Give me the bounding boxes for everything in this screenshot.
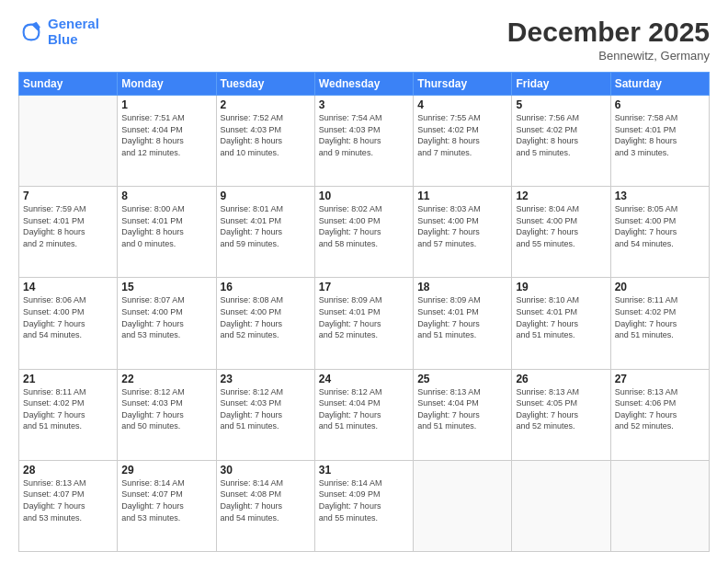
calendar-cell: 17Sunrise: 8:09 AM Sunset: 4:01 PM Dayli… — [314, 278, 413, 369]
day-number: 17 — [319, 281, 409, 293]
calendar-cell: 23Sunrise: 8:12 AM Sunset: 4:03 PM Dayli… — [216, 369, 314, 460]
day-info: Sunrise: 8:04 AM Sunset: 4:00 PM Dayligh… — [516, 203, 606, 249]
day-number: 25 — [417, 373, 507, 385]
calendar-header-row: SundayMondayTuesdayWednesdayThursdayFrid… — [19, 73, 710, 96]
calendar-header-tuesday: Tuesday — [216, 73, 314, 96]
day-number: 16 — [221, 281, 311, 293]
day-info: Sunrise: 8:12 AM Sunset: 4:03 PM Dayligh… — [121, 386, 211, 432]
calendar-cell: 27Sunrise: 8:13 AM Sunset: 4:06 PM Dayli… — [610, 369, 709, 460]
calendar-cell: 16Sunrise: 8:08 AM Sunset: 4:00 PM Dayli… — [216, 278, 314, 369]
calendar-cell: 6Sunrise: 7:58 AM Sunset: 4:01 PM Daylig… — [610, 96, 709, 187]
day-info: Sunrise: 7:55 AM Sunset: 4:02 PM Dayligh… — [417, 112, 507, 158]
day-number: 2 — [221, 98, 311, 111]
main-title: December 2025 — [507, 17, 710, 47]
day-info: Sunrise: 8:01 AM Sunset: 4:01 PM Dayligh… — [221, 203, 311, 249]
day-info: Sunrise: 8:02 AM Sunset: 4:00 PM Dayligh… — [319, 203, 409, 249]
day-number: 6 — [615, 98, 705, 111]
page: General Blue December 2025 Bennewitz, Ge… — [0, 0, 728, 563]
day-info: Sunrise: 7:51 AM Sunset: 4:04 PM Dayligh… — [121, 112, 211, 158]
calendar-week-1: 1Sunrise: 7:51 AM Sunset: 4:04 PM Daylig… — [19, 96, 710, 187]
calendar-week-5: 28Sunrise: 8:13 AM Sunset: 4:07 PM Dayli… — [19, 460, 710, 551]
calendar-cell — [19, 96, 118, 187]
day-number: 10 — [319, 190, 409, 202]
calendar-header-thursday: Thursday — [414, 73, 512, 96]
title-block: December 2025 Bennewitz, Germany — [507, 17, 710, 63]
calendar-cell: 22Sunrise: 8:12 AM Sunset: 4:03 PM Dayli… — [118, 369, 216, 460]
day-number: 9 — [221, 190, 311, 202]
day-info: Sunrise: 7:56 AM Sunset: 4:02 PM Dayligh… — [516, 112, 606, 158]
logo-icon — [18, 19, 44, 45]
header: General Blue December 2025 Bennewitz, Ge… — [18, 17, 710, 63]
calendar-table: SundayMondayTuesdayWednesdayThursdayFrid… — [18, 72, 710, 552]
day-info: Sunrise: 8:13 AM Sunset: 4:05 PM Dayligh… — [516, 386, 606, 432]
calendar-week-3: 14Sunrise: 8:06 AM Sunset: 4:00 PM Dayli… — [19, 278, 710, 369]
day-number: 27 — [615, 373, 705, 385]
day-info: Sunrise: 8:09 AM Sunset: 4:01 PM Dayligh… — [319, 294, 409, 340]
calendar-cell: 20Sunrise: 8:11 AM Sunset: 4:02 PM Dayli… — [610, 278, 709, 369]
calendar-cell: 30Sunrise: 8:14 AM Sunset: 4:08 PM Dayli… — [216, 460, 314, 551]
day-info: Sunrise: 8:06 AM Sunset: 4:00 PM Dayligh… — [23, 294, 113, 340]
logo-text: General Blue — [48, 17, 99, 47]
calendar-cell: 24Sunrise: 8:12 AM Sunset: 4:04 PM Dayli… — [314, 369, 413, 460]
day-number: 14 — [23, 281, 113, 293]
day-info: Sunrise: 8:13 AM Sunset: 4:04 PM Dayligh… — [417, 386, 507, 432]
calendar-cell — [512, 460, 610, 551]
day-number: 20 — [615, 281, 705, 293]
calendar-cell: 18Sunrise: 8:09 AM Sunset: 4:01 PM Dayli… — [414, 278, 512, 369]
day-info: Sunrise: 7:58 AM Sunset: 4:01 PM Dayligh… — [615, 112, 705, 158]
day-number: 24 — [319, 373, 409, 385]
day-number: 31 — [319, 464, 409, 477]
day-number: 7 — [23, 190, 113, 202]
calendar-cell: 28Sunrise: 8:13 AM Sunset: 4:07 PM Dayli… — [19, 460, 118, 551]
day-number: 22 — [121, 373, 211, 385]
calendar-cell: 19Sunrise: 8:10 AM Sunset: 4:01 PM Dayli… — [512, 278, 610, 369]
calendar-cell: 26Sunrise: 8:13 AM Sunset: 4:05 PM Dayli… — [512, 369, 610, 460]
day-info: Sunrise: 8:09 AM Sunset: 4:01 PM Dayligh… — [417, 294, 507, 340]
day-number: 1 — [121, 98, 211, 111]
calendar-header-sunday: Sunday — [19, 73, 118, 96]
day-number: 29 — [121, 464, 211, 477]
day-number: 15 — [121, 281, 211, 293]
calendar-cell: 15Sunrise: 8:07 AM Sunset: 4:00 PM Dayli… — [118, 278, 216, 369]
day-number: 28 — [23, 464, 113, 477]
calendar-week-4: 21Sunrise: 8:11 AM Sunset: 4:02 PM Dayli… — [19, 369, 710, 460]
calendar-cell: 12Sunrise: 8:04 AM Sunset: 4:00 PM Dayli… — [512, 187, 610, 278]
logo-general: General — [48, 16, 99, 31]
calendar-cell: 3Sunrise: 7:54 AM Sunset: 4:03 PM Daylig… — [314, 96, 413, 187]
day-number: 4 — [417, 98, 507, 111]
day-info: Sunrise: 8:14 AM Sunset: 4:07 PM Dayligh… — [121, 477, 211, 523]
day-number: 3 — [319, 98, 409, 111]
calendar-cell: 10Sunrise: 8:02 AM Sunset: 4:00 PM Dayli… — [314, 187, 413, 278]
calendar-header-wednesday: Wednesday — [314, 73, 413, 96]
calendar-cell: 21Sunrise: 8:11 AM Sunset: 4:02 PM Dayli… — [19, 369, 118, 460]
day-info: Sunrise: 8:03 AM Sunset: 4:00 PM Dayligh… — [417, 203, 507, 249]
day-info: Sunrise: 8:10 AM Sunset: 4:01 PM Dayligh… — [516, 294, 606, 340]
calendar-cell: 31Sunrise: 8:14 AM Sunset: 4:09 PM Dayli… — [314, 460, 413, 551]
calendar-cell: 8Sunrise: 8:00 AM Sunset: 4:01 PM Daylig… — [118, 187, 216, 278]
day-number: 8 — [121, 190, 211, 202]
calendar-cell: 11Sunrise: 8:03 AM Sunset: 4:00 PM Dayli… — [414, 187, 512, 278]
day-info: Sunrise: 8:14 AM Sunset: 4:09 PM Dayligh… — [319, 477, 409, 523]
day-info: Sunrise: 8:05 AM Sunset: 4:00 PM Dayligh… — [615, 203, 705, 249]
day-number: 11 — [417, 190, 507, 202]
day-info: Sunrise: 8:13 AM Sunset: 4:06 PM Dayligh… — [615, 386, 705, 432]
day-info: Sunrise: 8:12 AM Sunset: 4:04 PM Dayligh… — [319, 386, 409, 432]
logo: General Blue — [18, 17, 99, 47]
day-info: Sunrise: 7:52 AM Sunset: 4:03 PM Dayligh… — [221, 112, 311, 158]
calendar-cell — [610, 460, 709, 551]
calendar-cell: 2Sunrise: 7:52 AM Sunset: 4:03 PM Daylig… — [216, 96, 314, 187]
calendar-cell: 7Sunrise: 7:59 AM Sunset: 4:01 PM Daylig… — [19, 187, 118, 278]
day-number: 18 — [417, 281, 507, 293]
day-info: Sunrise: 8:13 AM Sunset: 4:07 PM Dayligh… — [23, 477, 113, 523]
calendar-cell: 5Sunrise: 7:56 AM Sunset: 4:02 PM Daylig… — [512, 96, 610, 187]
day-info: Sunrise: 8:07 AM Sunset: 4:00 PM Dayligh… — [121, 294, 211, 340]
calendar-cell: 25Sunrise: 8:13 AM Sunset: 4:04 PM Dayli… — [414, 369, 512, 460]
logo-blue: Blue — [48, 31, 78, 47]
calendar-cell — [414, 460, 512, 551]
day-info: Sunrise: 7:54 AM Sunset: 4:03 PM Dayligh… — [319, 112, 409, 158]
day-number: 12 — [516, 190, 606, 202]
day-number: 30 — [221, 464, 311, 477]
calendar-header-friday: Friday — [512, 73, 610, 96]
day-info: Sunrise: 8:11 AM Sunset: 4:02 PM Dayligh… — [615, 294, 705, 340]
day-info: Sunrise: 8:14 AM Sunset: 4:08 PM Dayligh… — [221, 477, 311, 523]
